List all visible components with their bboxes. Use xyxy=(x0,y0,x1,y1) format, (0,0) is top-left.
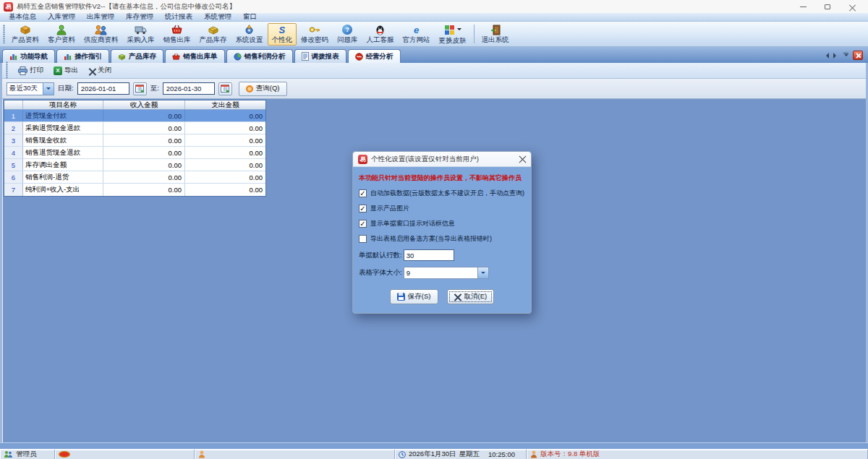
version-person-icon xyxy=(530,450,537,458)
tab-close-button[interactable] xyxy=(853,51,863,60)
toolbar-item-product-stock[interactable]: 产品库存 xyxy=(195,23,231,46)
key-icon xyxy=(309,25,321,35)
default-rows-input[interactable]: 30 xyxy=(404,249,454,261)
app-icon: 易 xyxy=(4,2,13,12)
close-report-button[interactable]: 关闭 xyxy=(86,66,114,75)
table-row[interactable]: 2 采购退货现金退款 0.00 0.00 xyxy=(4,122,265,134)
menu-inbound[interactable]: 入库管理 xyxy=(42,12,81,22)
calendar-to-button[interactable] xyxy=(218,82,232,95)
toolbar-item-system-settings[interactable]: 系统设置 xyxy=(231,23,268,46)
menu-reports[interactable]: 统计报表 xyxy=(159,12,198,22)
print-button[interactable]: 打印 xyxy=(16,66,46,75)
tab-list-icon[interactable] xyxy=(843,53,848,59)
exit-door-icon xyxy=(489,25,501,35)
checkbox-auto-load[interactable]: ✓ 自动加载数据(云版数据太多不建议开启，手动点查询) xyxy=(359,189,525,198)
close-x-icon xyxy=(88,67,95,74)
menu-outbound[interactable]: 出库管理 xyxy=(81,12,120,22)
tab-business-analysis[interactable]: 经营分析 xyxy=(348,49,401,63)
stock-box-icon xyxy=(207,25,219,35)
filter-bar: 最近30天 日期: 2026-01-01 至: 2026-01-30 查询(Q) xyxy=(2,79,866,99)
font-size-select[interactable]: 9 xyxy=(404,267,489,279)
table-row[interactable]: 6 销售利润-退货 0.00 0.00 xyxy=(4,171,265,184)
calendar-icon xyxy=(221,84,230,93)
toolbar-item-personalize[interactable]: S 个性化 xyxy=(268,23,297,46)
dialog-close-icon[interactable] xyxy=(519,155,526,163)
printer-icon xyxy=(18,67,27,75)
vip-badge-icon xyxy=(59,451,70,458)
menu-basic-info[interactable]: 基本信息 xyxy=(3,12,42,22)
status-badge-section xyxy=(55,450,195,459)
checkbox-export-fallback[interactable]: 导出表格启用备选方案(当导出表格报错时) xyxy=(359,234,525,244)
status-user-section: 管理员 xyxy=(0,450,55,459)
export-button[interactable]: X 导出 xyxy=(51,66,80,75)
toolbar-item-website[interactable]: e 官方网站 xyxy=(399,23,435,46)
toolbar-item-products[interactable]: 产品资料 xyxy=(7,23,43,46)
checkbox-icon[interactable]: ✓ xyxy=(359,220,367,228)
maximize-button[interactable] xyxy=(815,0,840,13)
minimize-button[interactable] xyxy=(791,0,815,13)
date-from-input[interactable]: 2026-01-01 xyxy=(77,82,129,95)
table-row[interactable]: 7 纯利润+收入-支出 0.00 0.00 xyxy=(4,184,265,196)
close-button[interactable] xyxy=(840,0,864,13)
tab-scroll-right-icon[interactable] xyxy=(833,53,839,59)
toolbar-item-purchase-in[interactable]: 采购入库 xyxy=(123,23,159,46)
tab-sales-order[interactable]: 销售出库单 xyxy=(165,49,225,63)
checkbox-show-prompts[interactable]: ✓ 显示单据窗口提示对话框信息 xyxy=(359,219,525,228)
table-row[interactable]: 3 销售现金收款 0.00 0.00 xyxy=(4,134,265,147)
personalization-dialog: 易 个性化设置(该设置仅针对当前用户) 本功能只针对当前登陆的操作员设置，不影响… xyxy=(352,151,532,314)
tab-sales-profit-analysis[interactable]: 销售利润分析 xyxy=(226,49,293,63)
save-button[interactable]: 保存(S) xyxy=(390,289,438,304)
main-toolbar: 产品资料 客户资料 供应商资料 采购入库 销售出库 xyxy=(0,22,868,47)
chevron-down-icon[interactable] xyxy=(43,83,54,95)
checkbox-icon[interactable]: ✓ xyxy=(359,205,367,213)
header-income[interactable]: 收入金额 xyxy=(103,100,185,109)
toolbar-item-change-skin[interactable]: 更换皮肤 xyxy=(435,23,471,46)
toolbar-item-faq[interactable]: ? 问题库 xyxy=(333,23,362,46)
menu-window[interactable]: 窗口 xyxy=(237,12,263,22)
status-datetime-section: 2026年1月30日 星期五 10:25:00 xyxy=(395,450,527,459)
date-range-select[interactable]: 最近30天 xyxy=(7,82,54,95)
checkbox-show-product-images[interactable]: ✓ 显示产品图片 xyxy=(359,204,525,213)
status-version: 版本号：9.8 单机版 xyxy=(540,450,600,459)
table-header: 项目名称 收入金额 支出金额 xyxy=(4,100,265,110)
product-icon xyxy=(20,25,32,35)
checkbox-icon[interactable] xyxy=(359,235,367,243)
tab-scroll-left-icon[interactable] xyxy=(823,53,829,59)
truck-icon xyxy=(135,25,147,35)
cancel-x-icon xyxy=(454,293,461,301)
gear-icon xyxy=(243,25,255,35)
menu-system[interactable]: 系统管理 xyxy=(198,12,237,22)
tab-product-inventory[interactable]: 产品库存 xyxy=(111,49,163,63)
table-row[interactable]: 5 库存调出金额 0.00 0.00 xyxy=(4,159,265,171)
dialog-body: 本功能只针对当前登陆的操作员设置，不影响其它操作员 ✓ 自动加载数据(云版数据太… xyxy=(353,167,531,313)
chevron-down-icon[interactable] xyxy=(477,267,488,278)
toolbar-item-change-password[interactable]: 修改密码 xyxy=(297,23,333,46)
clock-icon xyxy=(399,451,406,458)
tab-transfer-report[interactable]: 调拨报表 xyxy=(294,49,346,63)
header-rownum xyxy=(4,100,23,109)
default-rows-label: 单据默认行数: xyxy=(359,251,402,260)
calendar-from-button[interactable] xyxy=(133,82,147,95)
header-name[interactable]: 项目名称 xyxy=(23,100,103,109)
header-expense[interactable]: 支出金额 xyxy=(185,100,265,109)
toolbar-item-support[interactable]: 人工客服 xyxy=(362,23,399,46)
toolbar-item-suppliers[interactable]: 供应商资料 xyxy=(80,23,123,46)
toolbar-item-customers[interactable]: 客户资料 xyxy=(43,23,80,46)
date-to-input[interactable]: 2026-01-30 xyxy=(163,82,215,95)
menu-bar: 基本信息 入库管理 出库管理 库存管理 统计报表 系统管理 窗口 xyxy=(0,13,868,22)
tab-operation-guide[interactable]: 操作指引 xyxy=(56,49,109,63)
table-row[interactable]: 1 进货现金付款 0.00 0.00 xyxy=(4,110,265,122)
customer-icon xyxy=(56,25,68,35)
analysis-icon xyxy=(355,53,363,61)
table-row[interactable]: 4 销售退货现金退款 0.00 0.00 xyxy=(4,147,265,159)
status-time: 10:25:00 xyxy=(488,450,515,458)
dialog-title-bar[interactable]: 易 个性化设置(该设置仅针对当前用户) xyxy=(353,152,531,167)
checkbox-icon[interactable]: ✓ xyxy=(359,189,367,197)
cancel-button[interactable]: 取消(E) xyxy=(447,289,495,304)
toolbar-item-sales-out[interactable]: 销售出库 xyxy=(159,23,195,46)
menu-inventory[interactable]: 库存管理 xyxy=(120,12,159,22)
query-button[interactable]: 查询(Q) xyxy=(239,82,287,96)
tab-function-nav[interactable]: 功能导航 xyxy=(2,49,55,63)
toolbar-item-exit[interactable]: 退出系统 xyxy=(477,23,514,46)
basket-icon xyxy=(171,25,183,35)
